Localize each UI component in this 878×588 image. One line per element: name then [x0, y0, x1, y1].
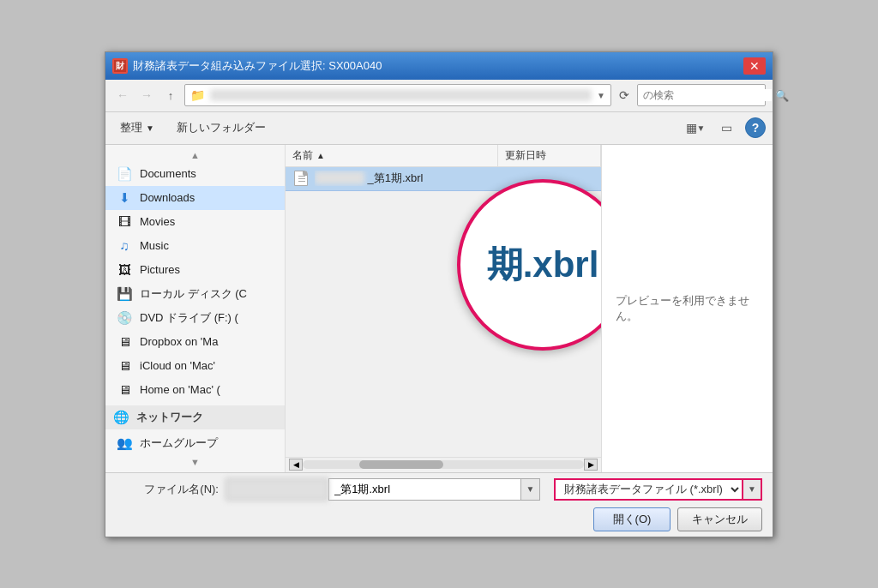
document-icon [294, 171, 308, 186]
sidebar-label-pictures: Pictures [140, 263, 180, 276]
home-icon: 🖥 [116, 381, 133, 399]
file-header-name[interactable]: 名前 ▲ [286, 145, 498, 166]
sidebar: ▲ 📄 Documents ⬇ Downloads 🎞 Movies ♫ Mus… [105, 145, 286, 472]
new-folder-button[interactable]: 新しいフォルダー [169, 117, 274, 139]
filetype-select[interactable]: 財務諸表データファイル (*.xbrl) [554, 478, 743, 501]
view-pane-button[interactable]: ▭ [714, 117, 738, 138]
sidebar-item-network[interactable]: 🌐 ネットワーク [105, 405, 285, 429]
sidebar-label-documents: Documents [140, 167, 196, 180]
file-list-header: 名前 ▲ 更新日時 [286, 145, 601, 167]
main-area: ▲ 📄 Documents ⬇ Downloads 🎞 Movies ♫ Mus… [105, 145, 773, 472]
movies-icon: 🎞 [116, 213, 133, 231]
action-row: 開く(O) キャンセル [116, 507, 762, 531]
search-box: 🔍 [637, 84, 766, 106]
sidebar-item-homegroup[interactable]: 👥 ホームグループ [105, 431, 285, 455]
scroll-right-button[interactable]: ▶ [584, 459, 598, 471]
filename-label: ファイル名(N): [116, 482, 219, 497]
local-disk-icon: 💾 [116, 285, 133, 303]
titlebar: 財 財務諸表データ組み込みファイル選択: SX00A040 ✕ [105, 52, 773, 80]
sidebar-item-downloads[interactable]: ⬇ Downloads [105, 186, 285, 210]
sidebar-label-homegroup: ホームグループ [140, 435, 218, 451]
organize-label: 整理 [120, 120, 142, 135]
doc-line-3 [298, 181, 305, 182]
search-input[interactable] [643, 89, 772, 101]
sidebar-item-home[interactable]: 🖥 Home on 'Mac' ( [105, 378, 285, 402]
dialog-window: 財 財務諸表データ組み込みファイル選択: SX00A040 ✕ ← → ↑ 📁 … [105, 51, 773, 537]
scroll-left-button[interactable]: ◀ [289, 459, 303, 471]
sidebar-label-icloud: iCloud on 'Mac' [140, 359, 215, 372]
titlebar-icon: 財 [112, 58, 128, 74]
up-button[interactable]: ↑ [160, 85, 181, 105]
sidebar-item-dropbox[interactable]: 🖥 Dropbox on 'Ma [105, 330, 285, 354]
network-icon: 🌐 [112, 409, 129, 426]
filename-input[interactable] [328, 478, 521, 501]
sort-arrow: ▲ [316, 151, 325, 160]
sidebar-item-music[interactable]: ♫ Music [105, 234, 285, 258]
preview-area: プレビューを利用できません。 [601, 145, 773, 472]
doc-line-1 [298, 176, 305, 177]
file-header-date-label: 更新日時 [505, 148, 546, 163]
sidebar-label-dvd: DVD ドライブ (F:) ( [140, 310, 238, 326]
close-button[interactable]: ✕ [743, 57, 766, 75]
scrollbar-track[interactable] [303, 460, 584, 469]
filename-input-wrapper: ▼ [226, 478, 540, 501]
sidebar-item-dvd[interactable]: 💿 DVD ドライブ (F:) ( [105, 306, 285, 330]
filetype-wrapper: 財務諸表データファイル (*.xbrl) ▼ [554, 478, 762, 501]
filename-dropdown-button[interactable]: ▼ [521, 478, 540, 501]
cancel-button[interactable]: キャンセル [677, 507, 762, 531]
sidebar-label-dropbox: Dropbox on 'Ma [140, 335, 218, 348]
filename-blur [226, 478, 328, 501]
sidebar-item-pictures[interactable]: 🖼 Pictures [105, 258, 285, 282]
organize-chevron: ▼ [146, 123, 154, 133]
search-icon: 🔍 [775, 89, 789, 102]
address-bar: 📁 ▼ [184, 84, 611, 106]
file-icon [292, 170, 310, 187]
zoom-text: 期.xbrl [487, 241, 599, 289]
file-header-date[interactable]: 更新日時 [498, 145, 601, 166]
action-right: ▦ ▼ ▭ ? [683, 117, 766, 138]
documents-icon: 📄 [116, 165, 133, 183]
forward-button[interactable]: → [136, 85, 157, 105]
dropbox-icon: 🖥 [116, 333, 133, 351]
sidebar-scroll-down[interactable]: ▼ [105, 455, 285, 469]
sidebar-item-icloud[interactable]: 🖥 iCloud on 'Mac' [105, 354, 285, 378]
view-pane-icon: ▭ [721, 121, 732, 135]
refresh-button[interactable]: ⟳ [615, 86, 634, 105]
file-name-blur [315, 171, 364, 184]
pictures-icon: 🖼 [116, 261, 133, 279]
view-grid-icon: ▦ [686, 121, 697, 135]
filetype-dropdown-button[interactable]: ▼ [743, 478, 762, 501]
sidebar-label-home: Home on 'Mac' ( [140, 383, 220, 396]
file-item-name: _第1期.xbrl [315, 171, 491, 186]
address-dropdown-icon[interactable]: ▼ [597, 91, 605, 100]
back-button[interactable]: ← [112, 85, 133, 105]
help-button[interactable]: ? [745, 117, 766, 138]
sidebar-label-music: Music [140, 239, 169, 252]
icloud-icon: 🖥 [116, 357, 133, 375]
sidebar-label-downloads: Downloads [140, 191, 195, 204]
file-content-area: 名前 ▲ 更新日時 [286, 145, 601, 472]
file-name-suffix: _第1期.xbrl [367, 171, 423, 184]
doc-line-2 [298, 178, 305, 179]
organize-button[interactable]: 整理 ▼ [112, 117, 162, 139]
filename-row: ファイル名(N): ▼ 財務諸表データファイル (*.xbrl) ▼ [116, 478, 762, 501]
action-bar: 整理 ▼ 新しいフォルダー ▦ ▼ ▭ ? [105, 112, 773, 145]
toolbar: ← → ↑ 📁 ▼ ⟳ 🔍 [105, 80, 773, 112]
new-folder-label: 新しいフォルダー [177, 120, 266, 135]
file-header-name-label: 名前 [292, 148, 313, 163]
sidebar-item-local-disk[interactable]: 💾 ローカル ディスク (C [105, 282, 285, 306]
sidebar-item-documents[interactable]: 📄 Documents [105, 162, 285, 186]
music-icon: ♫ [116, 237, 133, 255]
scrollbar-thumb[interactable] [359, 460, 443, 469]
open-button[interactable]: 開く(O) [593, 507, 671, 531]
horizontal-scrollbar[interactable]: ◀ ▶ [286, 457, 601, 472]
sidebar-item-movies[interactable]: 🎞 Movies [105, 210, 285, 234]
view-grid-button[interactable]: ▦ ▼ [683, 117, 707, 138]
preview-text: プレビューを利用できません。 [616, 293, 759, 324]
sidebar-label-network: ネットワーク [136, 410, 203, 425]
folder-icon: 📁 [190, 88, 205, 102]
titlebar-title: 財務諸表データ組み込みファイル選択: SX00A040 [133, 58, 743, 74]
sidebar-scroll-up[interactable]: ▲ [105, 148, 285, 162]
dvd-icon: 💿 [116, 309, 133, 327]
view-chevron: ▼ [697, 123, 706, 133]
